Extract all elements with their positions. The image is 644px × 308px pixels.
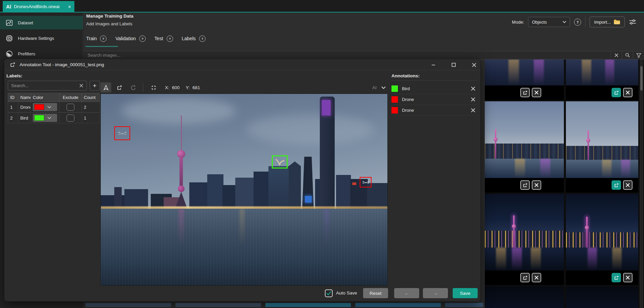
tab-validation[interactable]: Validation ? [115,35,145,42]
mode-select[interactable]: Objects [528,17,570,27]
search-images-input[interactable] [84,53,611,58]
sidebar-item-label: Prefilters [18,51,35,56]
ai-model-dropdown[interactable]: AI [372,85,388,90]
title-bar: Aî DronesAndBirds.oneai × [0,0,644,12]
page-subtitle: Add Images and Labels [86,21,133,26]
import-button[interactable]: Import... [590,17,625,27]
label-id: 2 [8,112,18,123]
label-id: 1 [8,102,18,112]
auto-save-checkbox[interactable] [325,289,333,297]
thumbnail-toolbar [566,85,638,100]
annotation-label: Drone [402,108,414,113]
open-annotation-button[interactable] [612,273,621,282]
thumbnail-image[interactable] [566,101,638,178]
label-name: Bird [18,112,30,123]
labels-table: ID Name Color Exclude Count 1 Drone 2 [8,93,100,123]
remove-image-button[interactable] [623,180,633,190]
thumbnail-image[interactable] [485,286,564,308]
open-annotation-button[interactable] [520,88,530,97]
caret-down-icon [47,106,51,108]
labels-search-input[interactable] [8,83,79,88]
fit-view-button[interactable] [148,82,159,93]
filter-funnel-icon[interactable] [633,51,644,59]
remove-image-button[interactable] [532,180,541,190]
annotation-item-drone[interactable]: Drone [391,105,478,116]
annotation-canvas[interactable] [100,94,388,286]
svg-text:?: ? [141,37,143,41]
draw-box-tool-button[interactable] [114,82,125,93]
minimize-button[interactable] [430,61,437,69]
maximize-button[interactable] [450,61,457,69]
open-annotation-button[interactable] [520,180,530,190]
image-search-bar [84,51,644,59]
thumbnail-image[interactable] [485,194,564,271]
bbox-drone-2[interactable] [360,177,372,187]
bbox-drone-1[interactable] [114,126,130,140]
annotation-item-drone[interactable]: Drone [391,94,478,105]
thumbnail-toolbar [485,271,564,285]
annotation-label: Bird [402,86,410,91]
exclude-checkbox[interactable] [67,104,74,111]
label-row-bird[interactable]: 2 Bird 1 [8,112,100,123]
delete-annotation-icon[interactable] [471,86,476,91]
project-tab[interactable]: Aî DronesAndBirds.oneai × [3,1,74,12]
previous-image-button[interactable]: ← [394,288,419,298]
open-annotation-button[interactable] [520,273,530,282]
drone-icon [118,131,127,136]
cursor-x-readout: X:600 [165,85,180,90]
help-icon[interactable]: ? [139,35,146,42]
open-annotation-button[interactable] [612,180,621,190]
column-header-color: Color [30,93,59,102]
tab-train[interactable]: Train ? [86,35,106,42]
gallery-scrollbar-track[interactable] [640,59,643,308]
gallery-scrollbar-thumb[interactable] [640,66,643,91]
annotation-item-bird[interactable]: Bird [391,83,478,94]
save-button[interactable]: Save [453,288,478,298]
project-tab-close-icon[interactable]: × [68,4,71,9]
folder-icon [614,19,620,25]
search-icon[interactable] [622,51,633,59]
bbox-bird[interactable] [272,155,288,169]
remove-image-button[interactable] [623,88,633,97]
help-icon[interactable]: ? [100,35,106,42]
tab-test[interactable]: Test ? [154,35,173,42]
dialog-title: Annotation Tool - image_000051_test.png [20,62,104,67]
add-label-button[interactable]: + [90,81,100,91]
clear-search-icon[interactable] [611,51,622,59]
svg-text:?: ? [169,37,171,41]
clear-labels-search-icon[interactable] [79,83,84,88]
delete-annotation-icon[interactable] [471,108,476,113]
thumbnail-image[interactable] [566,286,638,308]
next-image-button[interactable]: → [423,288,448,298]
tab-labels[interactable]: Labels ? [182,35,206,42]
sidebar-item-hardware-settings[interactable]: Hardware Settings [0,31,83,45]
close-button[interactable] [470,61,478,69]
remove-image-button[interactable] [532,273,541,282]
color-dropdown[interactable] [33,103,57,111]
sidebar-item-prefilters[interactable]: Prefilters [0,47,83,60]
rotate-tool-button[interactable] [127,82,138,93]
thumbnail-image[interactable] [566,194,638,271]
caret-down-icon [47,117,51,119]
label-name: Drone [18,102,30,112]
label-row-drone[interactable]: 1 Drone 2 [8,102,100,112]
sidebar-item-dataset[interactable]: Dataset [0,16,83,29]
thumbnail-image[interactable] [485,59,564,85]
filter-settings-icon[interactable] [629,19,637,25]
select-tool-button[interactable] [100,82,111,93]
help-icon[interactable]: ? [167,35,173,42]
open-annotation-button[interactable] [612,88,621,97]
thumbnail-image[interactable] [485,101,564,178]
help-icon[interactable]: ? [574,19,581,26]
delete-annotation-icon[interactable] [471,97,476,102]
help-icon[interactable]: ? [199,35,206,42]
app-window: Aî DronesAndBirds.oneai × Dataset Hardwa… [0,0,644,308]
color-dropdown[interactable] [33,114,57,122]
remove-image-button[interactable] [532,88,541,97]
exclude-checkbox[interactable] [67,114,74,122]
reset-button[interactable]: Reset [363,288,388,298]
background-thumbnail-top [445,303,483,307]
canvas-toolbar: X:600 Y:681 AI [100,82,388,93]
thumbnail-image[interactable] [566,59,638,85]
remove-image-button[interactable] [623,273,633,282]
